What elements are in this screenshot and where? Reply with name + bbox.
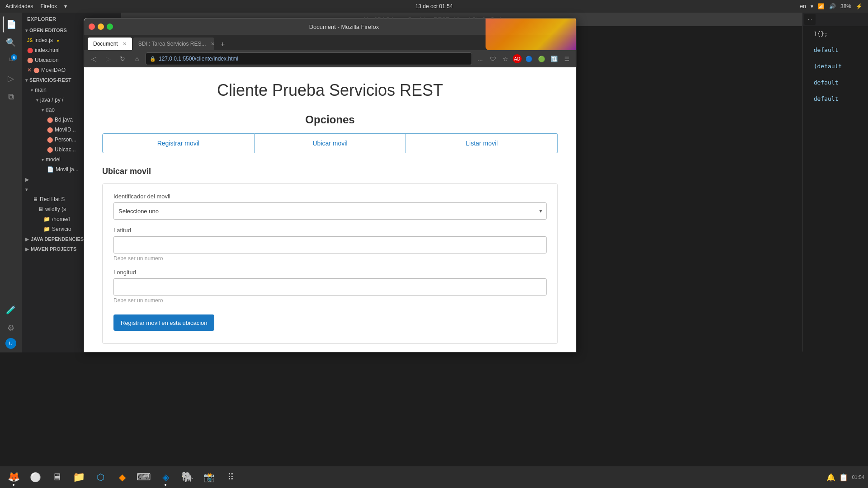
firefox-win-controls <box>89 23 113 30</box>
label-servicio: Servicio <box>52 226 71 232</box>
taskbar-greenshot[interactable]: 📸 <box>199 467 219 487</box>
chevron-model: ▾ <box>42 157 44 162</box>
taskbar-sublime[interactable]: ◆ <box>112 467 132 487</box>
ext-icon-1[interactable]: 🔵 <box>524 53 534 64</box>
firefox-minimize-btn[interactable] <box>98 23 104 30</box>
back-button[interactable]: ◁ <box>88 53 99 65</box>
btn-registrar-movil[interactable]: Registrar movil <box>102 133 255 153</box>
lang-label[interactable]: en <box>800 3 806 9</box>
bd-error-icon: ⬤ <box>47 117 53 123</box>
movildao-icon2: ⬤ <box>33 67 39 73</box>
ubicar-movil-form: Identificador del movil Seleccione uno ▾… <box>102 183 558 344</box>
lat-hint: Debe ser un numero <box>113 255 547 262</box>
taskbar-firefox[interactable]: 🦊 <box>4 467 24 487</box>
pgadmin-taskbar-icon: 🐘 <box>181 471 193 483</box>
maven-label: MAVEN PROJECTS <box>31 246 76 252</box>
taskbar-chrome[interactable]: ⚪ <box>25 467 45 487</box>
taskbar-apps-grid[interactable]: ⠿ <box>221 467 241 487</box>
submit-ubicar-btn[interactable]: Registrar movil en esta ubicacion <box>113 314 214 331</box>
activity-avatar[interactable]: U <box>5 338 16 349</box>
dropdown-lang-icon[interactable]: ▾ <box>811 3 813 9</box>
firefox-tab-0[interactable]: Document ✕ <box>88 38 132 50</box>
battery-label: 38% <box>840 3 851 9</box>
activity-settings[interactable]: ⚙ <box>3 320 19 336</box>
editor-tab-mini[interactable]: ··· <box>804 14 816 25</box>
id-select[interactable]: Seleccione uno <box>113 202 547 220</box>
power-icon[interactable]: ⚡ <box>856 3 863 9</box>
address-bar[interactable]: 🔒 127.0.0.1:5500/cliente/index.html <box>146 52 472 65</box>
label-dao: dao <box>46 107 55 113</box>
tab-close-0[interactable]: ✕ <box>123 41 127 47</box>
taskbar-kvantum[interactable]: ⌨ <box>134 467 154 487</box>
address-text[interactable]: 127.0.0.1:5500/cliente/index.html <box>159 56 468 62</box>
more-options-btn[interactable]: … <box>475 53 486 64</box>
files-taskbar-icon: 📁 <box>73 471 85 483</box>
forward-button[interactable]: ▷ <box>102 53 114 65</box>
bookmark-icon[interactable]: ☆ <box>500 53 511 64</box>
editor-tabs-right: ··· <box>802 13 868 26</box>
firefox-maximize-btn[interactable] <box>107 23 113 30</box>
taskbar-settings-app[interactable]: ⬡ <box>90 467 110 487</box>
notif-icon-2[interactable]: 📋 <box>839 473 848 482</box>
ext-icon-2[interactable]: 🟢 <box>536 53 547 64</box>
firefox-hero-image <box>486 19 576 50</box>
chevron-java-deps: ▶ <box>25 237 29 242</box>
home-folder-icon: 📁 <box>43 216 50 222</box>
home-button[interactable]: ⌂ <box>131 53 143 65</box>
lat-input[interactable] <box>113 236 547 253</box>
vscode-taskbar-icon: ◈ <box>162 472 169 483</box>
activity-bar-bottom: 🧪 ⚙ U <box>3 302 19 352</box>
chevron-maven: ▶ <box>25 247 29 252</box>
ubicacion-icon: ⬤ <box>27 57 33 63</box>
id-select-wrapper: Seleccione uno ▾ <box>113 202 547 220</box>
taskbar-files[interactable]: 📁 <box>69 467 89 487</box>
code-line-2 <box>807 38 864 46</box>
new-tab-button[interactable]: + <box>217 38 229 50</box>
wifi-icon[interactable]: 📶 <box>818 3 825 9</box>
taskbar-vscode[interactable]: ◈ <box>156 467 175 487</box>
file-name-index-html: index.html <box>35 47 60 53</box>
code-line-4 <box>807 54 864 62</box>
greenshot-taskbar-icon: 📸 <box>203 472 215 483</box>
code-line-5: (default <box>807 62 864 70</box>
label-movil-ja: Movil.ja... <box>56 166 79 173</box>
firefox-dropdown-icon[interactable]: ▾ <box>64 3 67 9</box>
browser-content: Cliente Prueba Servicios REST Opciones R… <box>84 67 576 352</box>
activity-extensions[interactable]: ⧉ <box>3 89 19 105</box>
btn-ubicar-movil[interactable]: Ubicar movil <box>255 133 406 153</box>
firefox-label[interactable]: Firefox <box>40 3 57 9</box>
wildfly-icon: 🖥 <box>38 206 43 212</box>
taskbar-pgadmin[interactable]: 🐘 <box>177 467 197 487</box>
ext-icon-3[interactable]: 🔃 <box>549 53 560 64</box>
lng-input[interactable] <box>113 278 547 296</box>
activity-search[interactable]: 🔍 <box>3 34 19 51</box>
hamburger-menu[interactable]: ☰ <box>561 53 572 64</box>
chevron-outline: ▶ <box>25 177 29 182</box>
movildao-error-icon: ✕ <box>27 67 32 73</box>
firefox-toolbar: ◁ ▷ ↻ ⌂ 🔒 127.0.0.1:5500/cliente/index.h… <box>84 50 576 67</box>
git-badge: 6 <box>11 54 17 61</box>
firefox-taskbar-icon: 🦊 <box>8 471 20 483</box>
activity-run[interactable]: ▷ <box>3 70 19 87</box>
activity-explorer[interactable]: 📄 <box>3 16 19 33</box>
activity-git[interactable]: ⑂ 6 <box>3 52 19 69</box>
shield-icon[interactable]: 🛡 <box>487 53 498 64</box>
person-error-icon: ⬤ <box>47 136 53 143</box>
section-title: Ubicar movil <box>102 167 558 176</box>
activity-test[interactable]: 🧪 <box>3 302 19 318</box>
notif-icon-1[interactable]: 🔔 <box>826 473 835 482</box>
tab-close-1[interactable]: ✕ <box>211 41 214 47</box>
firefox-tab-1[interactable]: SDII: Tarea Servicios RES... ✕ <box>133 38 214 50</box>
btn-listar-movil[interactable]: Listar movil <box>406 133 558 153</box>
label-home: /home/l <box>52 216 70 222</box>
taskbar-terminal[interactable]: 🖥 <box>47 467 67 487</box>
firefox-active-indicator <box>13 484 14 486</box>
firefox-close-btn[interactable] <box>89 23 95 30</box>
volume-icon[interactable]: 🔊 <box>829 3 836 9</box>
terminal-taskbar-icon: 🖥 <box>52 471 62 483</box>
activities-label[interactable]: Actividades <box>5 3 33 9</box>
lng-label: Longitud <box>113 269 547 276</box>
reload-button[interactable]: ↻ <box>117 53 128 65</box>
adblock-icon[interactable]: AD <box>513 54 522 63</box>
form-group-lat: Latitud Debe ser un numero <box>113 227 547 262</box>
